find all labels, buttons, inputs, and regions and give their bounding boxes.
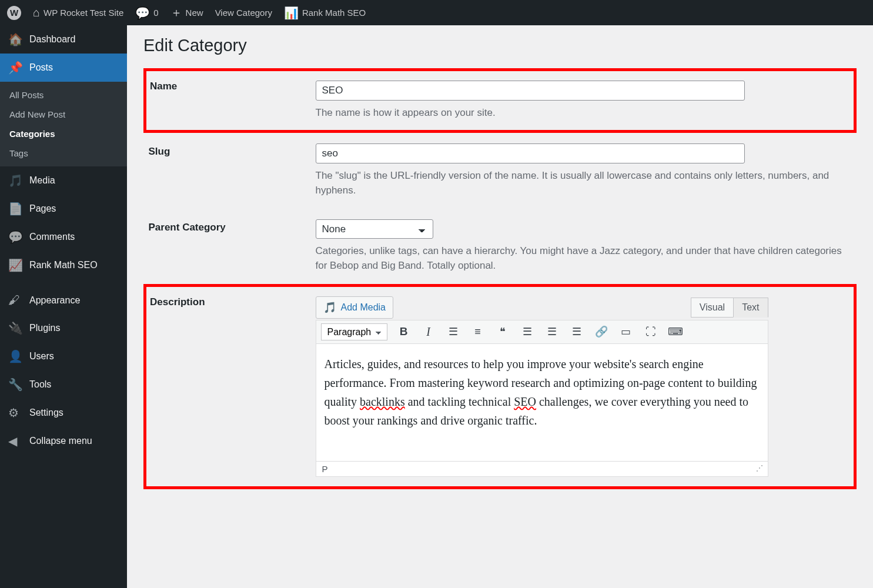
admin-topbar: W ⌂WP Rocket Test Site 💬0 ＋New View Cate…	[0, 0, 873, 25]
sidebar-item-label: Dashboard	[29, 34, 75, 45]
media-icon: 🎵	[8, 173, 22, 188]
sidebar-item-users[interactable]: 👤Users	[0, 342, 127, 370]
sidebar-item-label: Users	[29, 351, 54, 362]
bold-button[interactable]: B	[396, 323, 412, 340]
sidebar-item-appearance[interactable]: 🖌Appearance	[0, 286, 127, 314]
collapse-icon: ◀	[8, 434, 22, 448]
sidebar-item-label: Tools	[29, 379, 51, 390]
admin-sidebar: 🏠Dashboard 📌Posts All Posts Add New Post…	[0, 25, 127, 588]
sidebar-item-dashboard[interactable]: 🏠Dashboard	[0, 25, 127, 54]
kitchen-sink-button[interactable]: ⌨	[667, 323, 684, 340]
sidebar-item-comments[interactable]: 💬Comments	[0, 223, 127, 251]
comment-icon: 💬	[135, 6, 150, 20]
sidebar-sub-categories[interactable]: Categories	[0, 124, 127, 143]
chart-icon: 📈	[8, 258, 22, 272]
editor-status-bar: P ⋰	[316, 462, 768, 477]
sidebar-item-posts[interactable]: 📌Posts	[0, 54, 127, 82]
sidebar-item-tools[interactable]: 🔧Tools	[0, 370, 127, 399]
parent-label: Parent Category	[145, 209, 316, 286]
name-row: Name The name is how it appears on your …	[145, 70, 855, 132]
brush-icon: 🖌	[8, 293, 22, 307]
italic-button[interactable]: I	[420, 323, 437, 340]
editor-toolbar: Paragraph B I ☰ ≡ ❝ ☰ ☰ ☰ 🔗 ▭ ⛶	[316, 320, 768, 344]
page-icon: 📄	[8, 202, 22, 216]
add-media-label: Add Media	[341, 302, 386, 313]
link-button[interactable]: 🔗	[593, 323, 610, 340]
add-media-button[interactable]: 🎵Add Media	[316, 296, 394, 319]
name-hint: The name is how it appears on your site.	[316, 105, 847, 121]
sidebar-item-media[interactable]: 🎵Media	[0, 166, 127, 195]
sidebar-item-settings[interactable]: ⚙Settings	[0, 399, 127, 427]
home-icon: ⌂	[33, 6, 40, 19]
comment-count: 0	[153, 8, 158, 18]
sidebar-item-pages[interactable]: 📄Pages	[0, 195, 127, 223]
site-name-label: WP Rocket Test Site	[44, 8, 123, 18]
site-name-link[interactable]: ⌂WP Rocket Test Site	[33, 6, 123, 19]
sidebar-item-label: Comments	[29, 232, 75, 242]
dashboard-icon: 🏠	[8, 32, 22, 46]
slug-input[interactable]	[316, 143, 745, 163]
slug-row: Slug The "slug" is the URL-friendly vers…	[145, 131, 855, 209]
editor-path: P	[322, 464, 328, 474]
numbered-list-button[interactable]: ≡	[470, 323, 486, 340]
sidebar-sub-tags[interactable]: Tags	[0, 143, 127, 163]
settings-icon: ⚙	[8, 406, 22, 420]
align-left-button[interactable]: ☰	[519, 323, 536, 340]
page-title: Edit Category	[143, 36, 857, 55]
sidebar-item-label: Settings	[29, 407, 63, 418]
slug-hint: The "slug" is the URL-friendly version o…	[316, 168, 848, 198]
description-editor[interactable]: Articles, guides, and resources to help …	[316, 344, 768, 462]
wordpress-icon: W	[7, 6, 21, 20]
align-center-button[interactable]: ☰	[544, 323, 560, 340]
chart-icon: 📊	[284, 6, 299, 20]
pin-icon: 📌	[8, 61, 22, 75]
new-content[interactable]: ＋New	[170, 5, 203, 21]
name-input[interactable]	[316, 81, 745, 101]
sidebar-item-label: Appearance	[29, 295, 80, 306]
view-label: View Category	[215, 8, 272, 18]
align-right-button[interactable]: ☰	[568, 323, 585, 340]
rankmath-topbar[interactable]: 📊Rank Math SEO	[284, 6, 366, 20]
tab-text[interactable]: Text	[733, 298, 768, 318]
wrench-icon: 🔧	[8, 377, 22, 392]
slug-label: Slug	[145, 131, 316, 209]
sidebar-item-label: Plugins	[29, 323, 60, 333]
readmore-button[interactable]: ▭	[618, 323, 634, 340]
name-label: Name	[145, 70, 316, 132]
media-icon: 🎵	[323, 301, 336, 314]
posts-submenu: All Posts Add New Post Categories Tags	[0, 82, 127, 166]
blockquote-button[interactable]: ❝	[494, 323, 511, 340]
parent-select[interactable]: None	[316, 219, 433, 239]
rankmath-label: Rank Math SEO	[302, 8, 366, 18]
sidebar-item-label: Posts	[29, 62, 53, 73]
comment-icon: 💬	[8, 230, 22, 244]
sidebar-item-label: Media	[29, 175, 55, 186]
sidebar-item-plugins[interactable]: 🔌Plugins	[0, 314, 127, 342]
fullscreen-button[interactable]: ⛶	[643, 323, 659, 340]
format-select[interactable]: Paragraph	[321, 323, 387, 340]
view-category-link[interactable]: View Category	[215, 8, 272, 18]
sidebar-item-label: Rank Math SEO	[29, 260, 98, 270]
description-row: Description 🎵Add Media Visual Text Parag…	[145, 285, 855, 487]
sidebar-sub-add-post[interactable]: Add New Post	[0, 105, 127, 124]
new-label: New	[186, 8, 203, 18]
description-label: Description	[145, 285, 316, 487]
sidebar-collapse[interactable]: ◀Collapse menu	[0, 427, 127, 455]
parent-hint: Categories, unlike tags, can have a hier…	[316, 243, 848, 273]
comments-bubble[interactable]: 💬0	[135, 6, 158, 20]
bullet-list-button[interactable]: ☰	[445, 323, 461, 340]
tab-visual[interactable]: Visual	[691, 298, 733, 318]
plug-icon: 🔌	[8, 321, 22, 335]
user-icon: 👤	[8, 349, 22, 363]
sidebar-sub-all-posts[interactable]: All Posts	[0, 85, 127, 105]
main-content: Edit Category Name The name is how it ap…	[127, 25, 873, 588]
resize-handle[interactable]: ⋰	[756, 464, 762, 474]
wp-logo-menu[interactable]: W	[7, 6, 21, 20]
parent-row: Parent Category None Categories, unlike …	[145, 209, 855, 286]
sidebar-item-label: Pages	[29, 203, 56, 214]
sidebar-item-label: Collapse menu	[29, 436, 92, 446]
plus-icon: ＋	[170, 5, 182, 21]
sidebar-item-rankmath[interactable]: 📈Rank Math SEO	[0, 251, 127, 279]
